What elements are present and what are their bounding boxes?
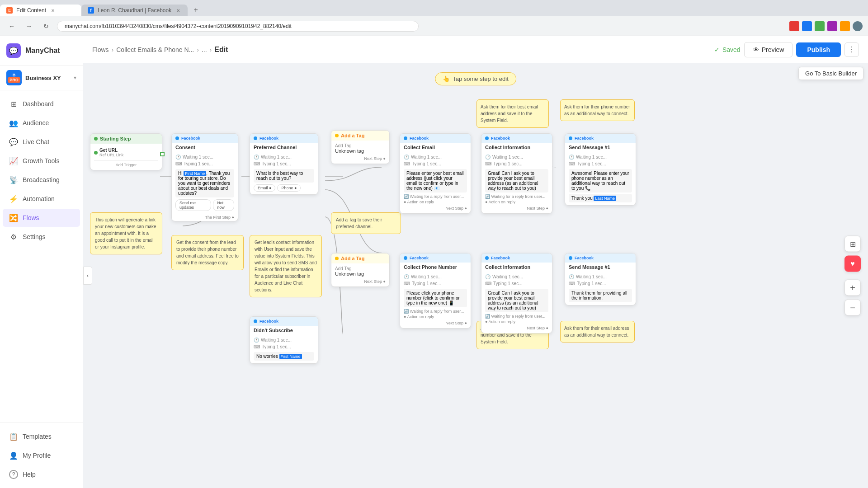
canvas-heart-button[interactable]: ♥ (844, 256, 861, 272)
business-section[interactable]: B PRO Business XY ▾ (0, 66, 83, 90)
node-header-phone: Facebook (400, 253, 471, 263)
new-tab-button[interactable]: + (189, 4, 202, 16)
node-collect-email[interactable]: Facebook Collect Email 🕐 Waiting 1 sec..… (400, 133, 471, 214)
node-consent[interactable]: Facebook Consent 🕐 Waiting 1 sec... ⌨ Ty… (171, 133, 238, 221)
business-name: Business XY (25, 75, 70, 81)
canvas-add-button[interactable]: + (844, 280, 861, 296)
preview-button[interactable]: 👁 Preview (744, 42, 793, 57)
node-collect-info-bottom[interactable]: Facebook Collect Information 🕐 Waiting 1… (481, 253, 552, 333)
automation-icon: ⚡ (9, 194, 18, 203)
back-button[interactable]: ← (5, 20, 18, 33)
sidebar-item-label: Audience (23, 119, 49, 127)
breadcrumb-ellipsis[interactable]: ... (202, 46, 207, 53)
info-box-info-bottom: Ask them for their email address as an a… (560, 321, 635, 343)
node-header-info-top: Facebook (481, 134, 552, 143)
sidebar-item-live-chat[interactable]: 💬 Live Chat (3, 133, 80, 151)
sidebar-item-label: Automation (23, 195, 55, 202)
sidebar-item-my-profile[interactable]: 👤 My Profile (3, 446, 80, 465)
browser-ext-icon-6 (853, 21, 863, 31)
phone-dot (404, 256, 407, 260)
logo-icon: 💬 (6, 43, 21, 58)
send-top-body: 🕐 Waiting 1 sec... ⌨ Typing 1 sec... Awe… (565, 151, 636, 205)
sidebar-toggle[interactable]: ‹ (83, 267, 92, 285)
sidebar-item-label: Settings (23, 233, 46, 240)
sidebar-item-growth-tools[interactable]: 📈 Growth Tools (3, 152, 80, 170)
consent-body: 🕐 Waiting 1 sec... ⌨ Typing 1 sec... Hi … (172, 151, 238, 214)
url-bar[interactable]: manychat.com/fb181039443240830/cms/files… (57, 21, 419, 32)
sidebar-item-help[interactable]: ? Help (3, 465, 80, 483)
node-starting-step[interactable]: Starting Step Get URL Ref URL Link Add T… (90, 133, 162, 170)
sidebar-item-flows[interactable]: 🔀 Flows (3, 209, 80, 227)
sidebar-item-label: Live Chat (23, 138, 49, 145)
email-dot (404, 136, 407, 140)
info-box-preferred: Get lead's contact information with User… (250, 235, 322, 297)
breadcrumb-flows[interactable]: Flows (92, 46, 109, 53)
node-collect-info-top[interactable]: Facebook Collect Information 🕐 Waiting 1… (481, 133, 552, 214)
flow-lines (83, 63, 868, 488)
sidebar-item-templates[interactable]: 📋 Templates (3, 427, 80, 446)
breadcrumb-sep-3: › (210, 46, 212, 53)
sidebar-item-automation[interactable]: ⚡ Automation (3, 190, 80, 208)
sidebar-item-label: Flows (23, 214, 39, 221)
send-top-dot (569, 136, 572, 140)
node-header-tag-top: Add a Tag (331, 131, 389, 141)
node-header-start: Starting Step (90, 134, 162, 144)
sidebar-item-broadcasting[interactable]: 📡 Broadcasting (3, 171, 80, 189)
tap-hint: 👆 Tap some step to edit (435, 72, 516, 85)
basic-builder-button[interactable]: Go To Basic Builder (798, 67, 863, 80)
forward-button[interactable]: → (23, 20, 35, 33)
canvas-zoom-out-button[interactable]: − (844, 300, 861, 316)
node-collect-phone[interactable]: Facebook Collect Phone Number 🕐 Waiting … (400, 253, 471, 328)
profile-icon: 👤 (9, 451, 18, 460)
preview-icon: 👁 (753, 46, 759, 53)
active-tab[interactable]: E Edit Content ✕ (0, 5, 81, 16)
tab-bar: E Edit Content ✕ f Leon R. Chaudhari | F… (0, 0, 868, 16)
flow-canvas[interactable]: 👆 Tap some step to edit Starting St (83, 63, 868, 488)
node-add-tag-top[interactable]: Add a Tag Add Tag Unknown tag Next Step … (331, 130, 390, 164)
browser-ext-icon-3 (815, 21, 825, 31)
didnt-dot (254, 319, 257, 323)
node-preferred-channel[interactable]: Facebook Preferred Channel 🕐 Waiting 1 s… (250, 133, 318, 195)
more-options-button[interactable]: ⋮ (844, 42, 859, 57)
info-top-platform: Facebook (491, 136, 510, 141)
canvas-toolbar: ⊞ ♥ + − (844, 236, 861, 316)
didnt-platform: Facebook (259, 319, 278, 324)
growth-tools-icon: 📈 (9, 156, 18, 165)
breadcrumb-sep-2: › (197, 46, 199, 53)
browser-ext-icon-5 (840, 21, 850, 31)
node-send-message-top[interactable]: Facebook Send Message #1 🕐 Waiting 1 sec… (565, 133, 636, 206)
node-header-tag-bottom: Add a Tag (331, 253, 389, 263)
canvas-layout-button[interactable]: ⊞ (844, 236, 861, 252)
breadcrumb-collect[interactable]: Collect Emails & Phone N... (116, 46, 194, 53)
preferred-platform: Facebook (259, 136, 278, 141)
tab-close-fb[interactable]: ✕ (175, 7, 181, 14)
send-top-platform: Facebook (575, 136, 594, 141)
tag-bottom-body: Add Tag Unknown tag Next Step ● (331, 263, 389, 286)
inactive-tab[interactable]: f Leon R. Chaudhari | Facebook ✕ (81, 5, 188, 16)
send-bottom-dot (569, 256, 572, 260)
business-avatar: B PRO (6, 70, 22, 85)
send-bottom-platform: Facebook (575, 256, 594, 260)
sidebar-item-dashboard[interactable]: ⊞ Dashboard (3, 95, 80, 113)
tag-top-body: Add Tag Unknown tag Next Step ● (331, 141, 389, 164)
consent-dot (175, 136, 179, 140)
info-top-body: 🕐 Waiting 1 sec... ⌨ Typing 1 sec... Gre… (481, 151, 552, 213)
publish-button[interactable]: Publish (796, 42, 841, 57)
node-didnt-subscribe[interactable]: Facebook Didn't Subscribe 🕐 Waiting 1 se… (250, 316, 318, 364)
phone-body: 🕐 Waiting 1 sec... ⌨ Typing 1 sec... Ple… (400, 271, 471, 328)
breadcrumb-current: Edit (214, 46, 228, 54)
preferred-body: 🕐 Waiting 1 sec... ⌨ Typing 1 sec... Wha… (250, 151, 318, 194)
node-add-tag-bottom[interactable]: Add a Tag Add Tag Unknown tag Next Step … (331, 253, 390, 287)
check-icon: ✓ (714, 46, 720, 53)
sidebar-item-audience[interactable]: 👥 Audience (3, 114, 80, 132)
tab-close[interactable]: ✕ (50, 7, 56, 14)
email-body: 🕐 Waiting 1 sec... ⌨ Typing 1 sec... Ple… (400, 151, 471, 213)
node-send-message-bottom[interactable]: Facebook Send Message #1 🕐 Waiting 1 sec… (565, 253, 636, 305)
sidebar-item-label: Help (23, 471, 36, 478)
sidebar-item-settings[interactable]: ⚙ Settings (3, 228, 80, 246)
node-header-info-bottom: Facebook (481, 253, 552, 263)
tab-favicon: E (6, 7, 13, 14)
audience-icon: 👥 (9, 118, 18, 127)
refresh-button[interactable]: ↻ (40, 20, 52, 33)
breadcrumb-sep-1: › (112, 46, 114, 53)
